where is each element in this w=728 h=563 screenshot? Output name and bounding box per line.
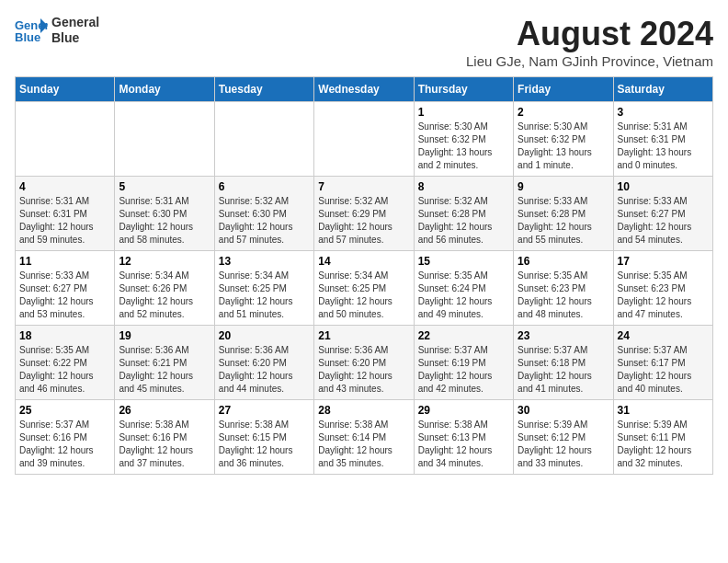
- week-row-3: 11Sunrise: 5:33 AM Sunset: 6:27 PM Dayli…: [16, 251, 713, 326]
- calendar-cell: [214, 102, 313, 177]
- day-header-sunday: Sunday: [16, 77, 115, 102]
- day-info: Sunrise: 5:35 AM Sunset: 6:23 PM Dayligh…: [518, 270, 609, 321]
- calendar-body: 1Sunrise: 5:30 AM Sunset: 6:32 PM Daylig…: [16, 102, 713, 475]
- calendar-cell: [314, 102, 414, 177]
- day-info: Sunrise: 5:35 AM Sunset: 6:22 PM Dayligh…: [19, 344, 110, 396]
- day-info: Sunrise: 5:30 AM Sunset: 6:32 PM Dayligh…: [518, 121, 609, 172]
- day-number: 2: [518, 106, 609, 119]
- day-info: Sunrise: 5:39 AM Sunset: 6:12 PM Dayligh…: [518, 419, 609, 470]
- day-info: Sunrise: 5:36 AM Sunset: 6:20 PM Dayligh…: [318, 344, 409, 396]
- day-number: 30: [518, 404, 609, 417]
- day-number: 31: [618, 404, 709, 417]
- week-row-4: 18Sunrise: 5:35 AM Sunset: 6:22 PM Dayli…: [16, 326, 713, 400]
- day-number: 3: [618, 106, 709, 119]
- svg-text:Blue: Blue: [15, 30, 40, 44]
- day-number: 19: [119, 329, 210, 342]
- day-info: Sunrise: 5:33 AM Sunset: 6:27 PM Dayligh…: [19, 270, 110, 321]
- day-info: Sunrise: 5:39 AM Sunset: 6:11 PM Dayligh…: [618, 419, 709, 470]
- day-number: 17: [618, 255, 709, 268]
- day-number: 21: [318, 329, 409, 342]
- day-info: Sunrise: 5:36 AM Sunset: 6:21 PM Dayligh…: [119, 344, 210, 396]
- calendar-cell: 9Sunrise: 5:33 AM Sunset: 6:28 PM Daylig…: [514, 177, 613, 251]
- calendar-cell: 7Sunrise: 5:32 AM Sunset: 6:29 PM Daylig…: [314, 177, 414, 251]
- calendar-cell: 1Sunrise: 5:30 AM Sunset: 6:32 PM Daylig…: [414, 102, 513, 177]
- day-number: 12: [119, 255, 210, 268]
- day-info: Sunrise: 5:34 AM Sunset: 6:25 PM Dayligh…: [219, 270, 310, 321]
- day-number: 15: [418, 255, 509, 268]
- calendar-cell: 6Sunrise: 5:32 AM Sunset: 6:30 PM Daylig…: [214, 177, 313, 251]
- day-number: 27: [219, 404, 310, 417]
- day-number: 10: [618, 180, 709, 193]
- subtitle: Lieu GJe, Nam GJinh Province, Vietnam: [466, 53, 713, 69]
- calendar-cell: 29Sunrise: 5:38 AM Sunset: 6:13 PM Dayli…: [414, 400, 513, 475]
- calendar-cell: 3Sunrise: 5:31 AM Sunset: 6:31 PM Daylig…: [613, 102, 712, 177]
- calendar-cell: 24Sunrise: 5:37 AM Sunset: 6:17 PM Dayli…: [613, 326, 712, 400]
- title-section: August 2024 Lieu GJe, Nam GJinh Province…: [466, 15, 713, 69]
- day-info: Sunrise: 5:32 AM Sunset: 6:29 PM Dayligh…: [318, 195, 409, 247]
- calendar-cell: 22Sunrise: 5:37 AM Sunset: 6:19 PM Dayli…: [414, 326, 513, 400]
- day-number: 11: [19, 255, 110, 268]
- calendar-cell: 10Sunrise: 5:33 AM Sunset: 6:27 PM Dayli…: [613, 177, 712, 251]
- day-info: Sunrise: 5:38 AM Sunset: 6:14 PM Dayligh…: [318, 419, 409, 470]
- day-number: 16: [518, 255, 609, 268]
- page-header: General Blue General Blue August 2024 Li…: [15, 15, 713, 69]
- day-info: Sunrise: 5:30 AM Sunset: 6:32 PM Dayligh…: [418, 121, 509, 172]
- day-info: Sunrise: 5:38 AM Sunset: 6:16 PM Dayligh…: [119, 419, 210, 470]
- day-number: 20: [219, 329, 310, 342]
- calendar-cell: 30Sunrise: 5:39 AM Sunset: 6:12 PM Dayli…: [514, 400, 613, 475]
- calendar-cell: 31Sunrise: 5:39 AM Sunset: 6:11 PM Dayli…: [613, 400, 712, 475]
- calendar-cell: 19Sunrise: 5:36 AM Sunset: 6:21 PM Dayli…: [115, 326, 214, 400]
- logo-text-blue: Blue: [51, 30, 99, 46]
- logo-text-general: General: [51, 15, 99, 30]
- week-row-5: 25Sunrise: 5:37 AM Sunset: 6:16 PM Dayli…: [16, 400, 713, 475]
- day-info: Sunrise: 5:35 AM Sunset: 6:23 PM Dayligh…: [618, 270, 709, 321]
- day-number: 6: [219, 180, 310, 193]
- calendar-cell: 25Sunrise: 5:37 AM Sunset: 6:16 PM Dayli…: [16, 400, 115, 475]
- calendar-cell: 14Sunrise: 5:34 AM Sunset: 6:25 PM Dayli…: [314, 251, 414, 326]
- day-info: Sunrise: 5:31 AM Sunset: 6:30 PM Dayligh…: [119, 195, 210, 247]
- day-info: Sunrise: 5:36 AM Sunset: 6:20 PM Dayligh…: [219, 344, 310, 396]
- calendar-header: SundayMondayTuesdayWednesdayThursdayFrid…: [16, 77, 713, 102]
- calendar-cell: 12Sunrise: 5:34 AM Sunset: 6:26 PM Dayli…: [115, 251, 214, 326]
- day-number: 25: [19, 404, 110, 417]
- day-header-thursday: Thursday: [414, 77, 513, 102]
- day-info: Sunrise: 5:31 AM Sunset: 6:31 PM Dayligh…: [618, 121, 709, 172]
- calendar-cell: 8Sunrise: 5:32 AM Sunset: 6:28 PM Daylig…: [414, 177, 513, 251]
- day-info: Sunrise: 5:32 AM Sunset: 6:28 PM Dayligh…: [418, 195, 509, 247]
- week-row-1: 1Sunrise: 5:30 AM Sunset: 6:32 PM Daylig…: [16, 102, 713, 177]
- day-info: Sunrise: 5:37 AM Sunset: 6:19 PM Dayligh…: [418, 344, 509, 396]
- calendar-cell: 16Sunrise: 5:35 AM Sunset: 6:23 PM Dayli…: [514, 251, 613, 326]
- day-number: 22: [418, 329, 509, 342]
- day-info: Sunrise: 5:34 AM Sunset: 6:26 PM Dayligh…: [119, 270, 210, 321]
- calendar-cell: 23Sunrise: 5:37 AM Sunset: 6:18 PM Dayli…: [514, 326, 613, 400]
- calendar-cell: 18Sunrise: 5:35 AM Sunset: 6:22 PM Dayli…: [16, 326, 115, 400]
- day-number: 29: [418, 404, 509, 417]
- calendar-cell: [16, 102, 115, 177]
- calendar-cell: 5Sunrise: 5:31 AM Sunset: 6:30 PM Daylig…: [115, 177, 214, 251]
- calendar-cell: 17Sunrise: 5:35 AM Sunset: 6:23 PM Dayli…: [613, 251, 712, 326]
- day-info: Sunrise: 5:33 AM Sunset: 6:27 PM Dayligh…: [618, 195, 709, 247]
- calendar-cell: 28Sunrise: 5:38 AM Sunset: 6:14 PM Dayli…: [314, 400, 414, 475]
- day-header-tuesday: Tuesday: [214, 77, 313, 102]
- days-row: SundayMondayTuesdayWednesdayThursdayFrid…: [16, 77, 713, 102]
- day-info: Sunrise: 5:33 AM Sunset: 6:28 PM Dayligh…: [518, 195, 609, 247]
- calendar-cell: 13Sunrise: 5:34 AM Sunset: 6:25 PM Dayli…: [214, 251, 313, 326]
- day-header-wednesday: Wednesday: [314, 77, 414, 102]
- day-number: 23: [518, 329, 609, 342]
- main-title: August 2024: [466, 15, 713, 53]
- calendar-cell: 27Sunrise: 5:38 AM Sunset: 6:15 PM Dayli…: [214, 400, 313, 475]
- week-row-2: 4Sunrise: 5:31 AM Sunset: 6:31 PM Daylig…: [16, 177, 713, 251]
- day-info: Sunrise: 5:31 AM Sunset: 6:31 PM Dayligh…: [19, 195, 110, 247]
- day-number: 26: [119, 404, 210, 417]
- day-info: Sunrise: 5:37 AM Sunset: 6:17 PM Dayligh…: [618, 344, 709, 396]
- day-number: 24: [618, 329, 709, 342]
- day-header-friday: Friday: [514, 77, 613, 102]
- day-info: Sunrise: 5:35 AM Sunset: 6:24 PM Dayligh…: [418, 270, 509, 321]
- day-number: 9: [518, 180, 609, 193]
- day-number: 4: [19, 180, 110, 193]
- day-info: Sunrise: 5:37 AM Sunset: 6:18 PM Dayligh…: [518, 344, 609, 396]
- calendar-cell: 4Sunrise: 5:31 AM Sunset: 6:31 PM Daylig…: [16, 177, 115, 251]
- calendar-cell: 21Sunrise: 5:36 AM Sunset: 6:20 PM Dayli…: [314, 326, 414, 400]
- calendar-table: SundayMondayTuesdayWednesdayThursdayFrid…: [15, 76, 713, 475]
- day-number: 7: [318, 180, 409, 193]
